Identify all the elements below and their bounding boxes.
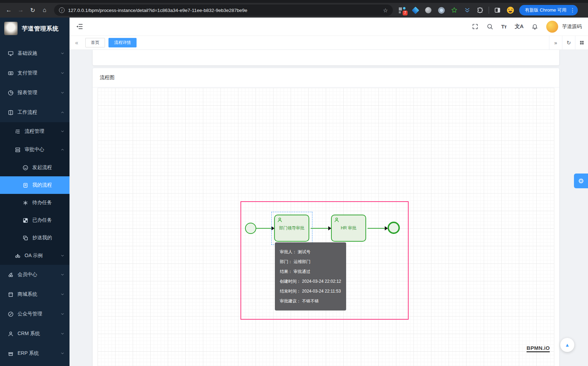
extension-kite-icon[interactable] (411, 6, 420, 15)
app-logo-avatar (4, 22, 18, 35)
font-size-icon[interactable]: Tт (501, 24, 507, 30)
tab-process-detail[interactable]: 流程详情 (108, 38, 137, 47)
sidebar-item-crm-system[interactable]: CRM 系统 (0, 324, 70, 344)
extension-ring-icon[interactable] (437, 6, 446, 15)
sidebar-item-my-process[interactable]: 我的流程 (0, 176, 70, 194)
sidebar-item-member-center[interactable]: 会员中心 (0, 265, 70, 285)
translate-icon[interactable]: 文A (515, 23, 523, 30)
chevron-down-icon (60, 292, 65, 296)
home-icon[interactable]: ⌂ (39, 5, 50, 15)
sidebar-item-report[interactable]: 报表管理 (0, 83, 70, 103)
bpmn-user-task-hr[interactable]: HR 审批 (331, 215, 366, 242)
site-info-icon[interactable]: i (59, 7, 65, 13)
sidebar-item-infrastructure[interactable]: 基础设施 (0, 44, 70, 63)
chevron-down-icon (60, 254, 65, 258)
tab-bar: « 首页 流程详情 » ↻ (70, 36, 588, 50)
tile-icon (399, 11, 401, 13)
chevron-down-icon (60, 351, 65, 355)
url-text: 127.0.0.1/bpm/process-instance/detail?id… (68, 8, 380, 13)
browser-chrome: ← → ↻ ⌂ i 127.0.0.1/bpm/process-instance… (0, 0, 588, 18)
user-avatar[interactable] (546, 21, 558, 33)
browser-toolbar: ← → ↻ ⌂ i 127.0.0.1/bpm/process-instance… (0, 3, 588, 18)
sidebar-item-oa-example[interactable]: OA 示例 (0, 247, 70, 265)
sidebar-item-workflow[interactable]: 工作流程 (0, 103, 70, 122)
toolbar-divider (489, 7, 489, 14)
back-to-top-button[interactable]: ▲ (560, 338, 574, 352)
chrome-update-button[interactable]: 有新版 Chrome 可用 ⋮ (519, 5, 578, 15)
bell-icon[interactable] (531, 23, 538, 30)
sidebar-item-payment[interactable]: 支付管理 (0, 63, 70, 83)
chevron-down-icon (60, 129, 65, 133)
pie-chart-icon (8, 90, 14, 96)
workflow-submenu: 流程管理 审批中心 发起流程 我的流程 (0, 122, 70, 265)
emoji-extension-icon[interactable] (506, 6, 515, 15)
tooltip-line: 审批建议： 不错不错 (280, 296, 341, 306)
binoculars-icon (15, 253, 21, 259)
bpmn-user-task-dept-leader[interactable]: 部门领导审批 (274, 215, 309, 242)
panel-title: 流程图 (100, 74, 114, 81)
bookmark-star-icon[interactable]: ☆ (383, 7, 388, 14)
copy-icon (22, 235, 28, 241)
extension-badge: 7 (403, 11, 408, 15)
tooltip-line: 创建时间： 2024-03-24 22:02:12 (280, 276, 341, 286)
sidebar-item-process-management[interactable]: 流程管理 (0, 122, 70, 140)
extensions-puzzle-icon[interactable] (476, 6, 485, 15)
main-area: Tт 文A 芋道源码 « 首页 流程详情 » ↻ 流 (70, 18, 588, 366)
sidebar-item-todo-tasks[interactable]: 待办任务 (0, 194, 70, 211)
back-icon[interactable]: ← (4, 5, 14, 15)
tabs-scroll-left-icon[interactable]: « (72, 40, 82, 46)
sidebar-item-cc-me[interactable]: 抄送我的 (0, 229, 70, 247)
sidebar-item-initiate-process[interactable]: 发起流程 (0, 159, 70, 176)
extension-double-chevron-icon[interactable] (463, 6, 472, 15)
sequence-flow[interactable] (256, 228, 272, 229)
extensions-area: 7 (398, 6, 515, 15)
tab-home[interactable]: 首页 (85, 38, 105, 47)
sidebar-item-approval-center[interactable]: 审批中心 (0, 140, 70, 159)
sidebar-item-official-account[interactable]: 公众号管理 (0, 304, 70, 324)
workflow-icon (8, 110, 14, 116)
fullscreen-icon[interactable] (472, 23, 478, 30)
user-task-icon (334, 217, 339, 223)
forward-icon[interactable]: → (15, 5, 26, 15)
sequence-flow[interactable] (368, 228, 385, 229)
search-icon[interactable] (487, 23, 493, 30)
side-panel-icon[interactable] (493, 6, 502, 15)
sidebar-item-done-tasks[interactable]: 已办任务 (0, 211, 70, 229)
reload-icon[interactable]: ↻ (27, 5, 38, 15)
chevron-down-icon (60, 312, 65, 316)
url-bar[interactable]: i 127.0.0.1/bpm/process-instance/detail?… (54, 5, 393, 16)
collapse-sidebar-icon[interactable] (76, 23, 83, 30)
username[interactable]: 芋道源码 (562, 24, 582, 30)
extension-star-icon[interactable] (450, 6, 459, 15)
browser-menu-icon[interactable]: ⋮ (570, 7, 575, 13)
settings-gear-button[interactable]: ⚙ (574, 174, 588, 188)
bpmn-end-event[interactable] (388, 222, 400, 234)
payment-icon (8, 70, 14, 76)
tabs-scroll-right-icon[interactable]: » (549, 36, 562, 50)
bpmn-canvas[interactable]: 部门领导审批 HR 审批 审批人： 测试号 部门： 运维部门 结果： (98, 88, 554, 366)
person-icon (8, 331, 14, 337)
tab-bar-actions: » ↻ (549, 36, 588, 50)
sidebar-item-erp-system[interactable]: ERP 系统 (0, 344, 70, 363)
bpmnio-watermark[interactable]: BPMN.iO (527, 345, 550, 352)
sequence-flow[interactable] (311, 228, 329, 229)
header-actions: Tт 文A 芋道源码 (472, 21, 582, 33)
app-title: 芋道管理系统 (22, 25, 59, 33)
dot-icon (403, 7, 405, 9)
chevron-up-icon (60, 110, 65, 115)
sidebar-item-mall-system[interactable]: 商城系统 (0, 285, 70, 304)
smiley-icon (22, 165, 28, 171)
layout-grid-icon[interactable] (575, 36, 588, 50)
extension-tiles-icon[interactable]: 7 (398, 6, 407, 15)
shop-icon (8, 292, 14, 298)
page-content: 流程图 部门领导审批 HR 审批 (70, 50, 588, 366)
extension-sphere-icon[interactable] (424, 6, 433, 15)
cherry-icon (8, 272, 14, 278)
chevron-down-icon (60, 332, 65, 336)
refresh-tab-icon[interactable]: ↻ (562, 36, 575, 50)
flow-diagram-panel: 流程图 部门领导审批 HR 审批 (93, 68, 559, 366)
chevron-down-icon (60, 273, 65, 277)
app-logo-row[interactable]: 芋道管理系统 (0, 18, 70, 39)
asterisk-icon (22, 200, 28, 206)
bpmn-start-event[interactable] (245, 223, 256, 234)
